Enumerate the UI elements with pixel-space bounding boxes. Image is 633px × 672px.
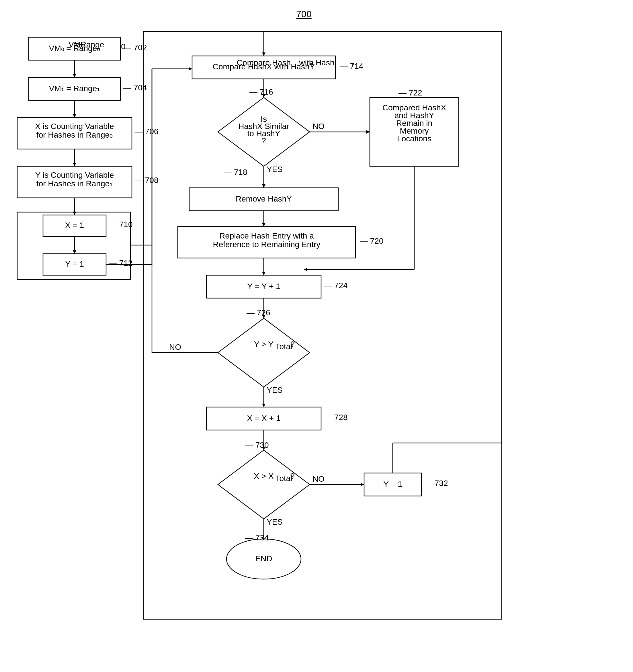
label-no-716: NO bbox=[313, 122, 324, 131]
node-708-line2: for Hashes in Range₁ bbox=[36, 179, 113, 188]
node-724-label: Y = Y + 1 bbox=[247, 282, 280, 291]
svg-marker-58 bbox=[218, 450, 310, 519]
svg-marker-9 bbox=[73, 114, 76, 118]
label-no-726: NO bbox=[169, 343, 181, 352]
ref-722: — 722 bbox=[398, 88, 422, 97]
label-yes-716: YES bbox=[267, 165, 283, 174]
ref-726: — 726 bbox=[247, 308, 270, 317]
svg-marker-44 bbox=[262, 272, 266, 275]
svg-marker-12 bbox=[73, 163, 76, 166]
ref-714: — 714 bbox=[340, 62, 364, 71]
label-no-730: NO bbox=[313, 475, 324, 483]
label-yes-730: YES bbox=[267, 518, 283, 526]
ref-718-label: — 718 bbox=[224, 168, 247, 176]
node-718-label: Remove HashY bbox=[236, 194, 292, 203]
node-720-line1: Replace Hash Entry with a bbox=[219, 231, 314, 240]
node-726-line1: Y > Y bbox=[254, 340, 274, 349]
node-712-label: Y = 1 bbox=[65, 260, 84, 268]
ref-732: — 732 bbox=[424, 479, 448, 488]
ref-708: — 708 bbox=[135, 176, 159, 185]
ref-734: — 734 bbox=[245, 533, 269, 542]
node-702-label: VM₀ = Range₀ bbox=[49, 44, 100, 53]
ref-712: — 712 bbox=[109, 259, 133, 267]
flowchart-diagram: 700 VM 0 = Range 0 VM₀ = Range₀ — 702 VM… bbox=[0, 0, 633, 672]
node-722-line5: Locations bbox=[397, 134, 432, 143]
ref-728: — 728 bbox=[324, 413, 348, 422]
ref-710: — 710 bbox=[109, 220, 133, 229]
node-734-label: END bbox=[255, 554, 272, 563]
node-708-line1: Y is Counting Variable bbox=[35, 171, 114, 179]
label-yes-726: YES bbox=[267, 386, 283, 394]
node-720-line2: Reference to Remaining Entry bbox=[213, 240, 320, 249]
node-726-sub: Total bbox=[275, 342, 292, 351]
svg-marker-6 bbox=[73, 74, 76, 77]
node-730-line1: X > X bbox=[254, 472, 274, 480]
node-726-q: ? bbox=[290, 340, 295, 349]
node-716-line4: ? bbox=[262, 136, 266, 145]
svg-marker-23 bbox=[262, 52, 266, 56]
node-710-label: X = 1 bbox=[65, 221, 84, 230]
svg-marker-48 bbox=[218, 318, 310, 387]
svg-marker-52 bbox=[189, 67, 192, 71]
svg-marker-54 bbox=[262, 404, 266, 407]
svg-marker-60 bbox=[361, 483, 364, 486]
ref-720: — 720 bbox=[360, 237, 384, 245]
ref-716: — 716 bbox=[249, 88, 273, 96]
node-728-label: X = X + 1 bbox=[247, 414, 281, 423]
svg-marker-32 bbox=[366, 130, 370, 134]
node-706-line1: X is Counting Variable bbox=[35, 122, 114, 131]
node-704-label: VM₁ = Range₁ bbox=[49, 84, 100, 93]
node-732-label: Y = 1 bbox=[383, 480, 402, 488]
node-714-label: Compare HashX with HashY bbox=[213, 62, 315, 71]
diagram-title: 700 bbox=[296, 9, 311, 19]
svg-marker-35 bbox=[262, 184, 266, 188]
ref-706: — 706 bbox=[135, 127, 159, 136]
node-706-line2: for Hashes in Range₀ bbox=[36, 130, 113, 139]
node-730-sub: Total bbox=[275, 474, 292, 483]
svg-marker-42 bbox=[304, 268, 307, 271]
ref-730: — 730 bbox=[245, 441, 269, 450]
svg-marker-18 bbox=[73, 250, 76, 254]
node-730-q: ? bbox=[290, 472, 295, 480]
ref-724: — 724 bbox=[324, 281, 348, 290]
svg-marker-38 bbox=[262, 223, 266, 226]
